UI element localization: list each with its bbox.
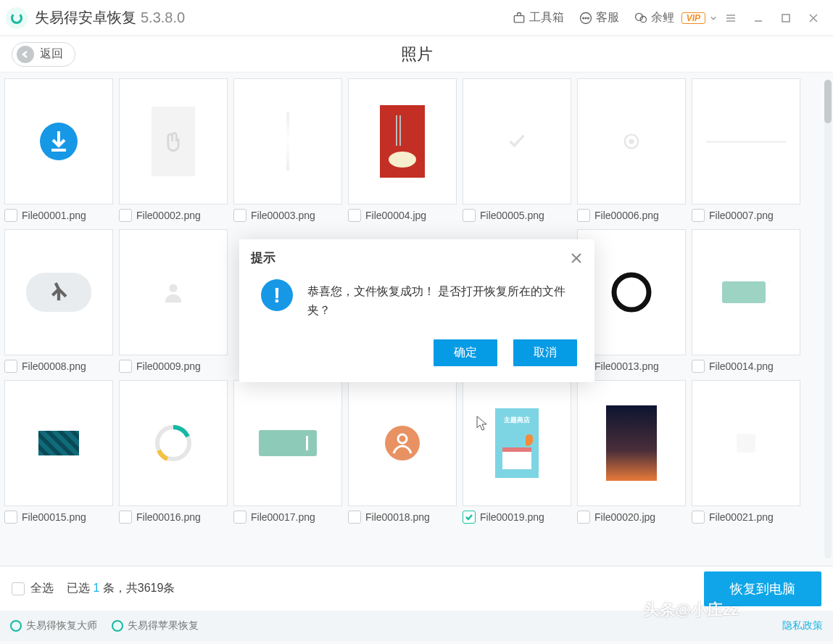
file-tile[interactable]: 主题商店 File00019.png bbox=[463, 380, 571, 524]
file-thumbnail[interactable] bbox=[348, 78, 457, 205]
file-name: File00003.png bbox=[251, 210, 315, 221]
menu-button[interactable] bbox=[717, 4, 745, 32]
file-tile[interactable]: File00009.png bbox=[119, 229, 228, 373]
file-checkbox[interactable] bbox=[463, 209, 476, 222]
file-name: File00007.png bbox=[709, 210, 774, 221]
file-tile[interactable]: File00008.png bbox=[4, 229, 113, 373]
file-thumbnail[interactable] bbox=[463, 78, 571, 205]
file-thumbnail[interactable] bbox=[4, 229, 113, 355]
service-label: 客服 bbox=[596, 10, 619, 25]
file-tile[interactable]: File00006.png bbox=[577, 78, 686, 222]
footer-link-1-label: 失易得恢复大师 bbox=[26, 619, 97, 632]
file-thumbnail[interactable] bbox=[4, 78, 113, 205]
file-tile[interactable]: File00017.png bbox=[233, 380, 342, 524]
file-thumbnail[interactable] bbox=[119, 380, 228, 506]
file-thumbnail[interactable] bbox=[119, 229, 228, 355]
file-checkbox[interactable] bbox=[577, 209, 590, 222]
file-name: File00008.png bbox=[22, 360, 86, 372]
file-thumbnail[interactable] bbox=[233, 380, 342, 506]
file-thumbnail[interactable] bbox=[119, 78, 228, 205]
select-all-checkbox[interactable] bbox=[12, 582, 25, 595]
footer-link-1[interactable]: 失易得恢复大师 bbox=[10, 619, 97, 632]
file-thumbnail[interactable]: 主题商店 bbox=[463, 380, 571, 506]
svg-rect-0 bbox=[514, 15, 523, 22]
file-checkbox[interactable] bbox=[119, 360, 132, 373]
select-all-label: 全选 bbox=[30, 581, 54, 596]
file-tile[interactable]: File00015.png bbox=[4, 380, 113, 524]
maximize-button[interactable] bbox=[772, 4, 800, 32]
privacy-link[interactable]: 隐私政策 bbox=[782, 619, 823, 632]
file-tile[interactable]: File00005.png bbox=[463, 78, 571, 222]
file-tile[interactable]: File00020.jpg bbox=[577, 380, 686, 524]
file-checkbox[interactable] bbox=[577, 511, 590, 524]
svg-point-4 bbox=[587, 17, 589, 19]
file-thumbnail[interactable] bbox=[348, 380, 457, 506]
back-label: 返回 bbox=[40, 46, 63, 62]
file-thumbnail[interactable] bbox=[692, 229, 800, 355]
file-checkbox[interactable] bbox=[233, 209, 246, 222]
file-name: File00019.png bbox=[480, 511, 544, 523]
file-checkbox[interactable] bbox=[692, 209, 705, 222]
footer-link-2-label: 失易得苹果恢复 bbox=[128, 619, 199, 632]
file-checkbox[interactable] bbox=[463, 511, 476, 524]
file-checkbox[interactable] bbox=[119, 511, 132, 524]
file-tile[interactable]: File00004.jpg bbox=[348, 78, 457, 222]
file-name: File00020.jpg bbox=[594, 511, 655, 523]
file-name: File00004.jpg bbox=[365, 210, 426, 221]
file-checkbox[interactable] bbox=[4, 511, 17, 524]
file-checkbox[interactable] bbox=[4, 360, 17, 373]
file-tile[interactable]: File00003.png bbox=[233, 78, 342, 222]
titlebar: 失易得安卓恢复 5.3.8.0 工具箱 客服 余鲤 VIP bbox=[0, 0, 833, 36]
file-checkbox[interactable] bbox=[4, 209, 17, 222]
dialog-ok-button[interactable]: 确定 bbox=[434, 339, 497, 366]
dialog-cancel-button[interactable]: 取消 bbox=[513, 339, 577, 366]
sel-prefix: 已选 bbox=[67, 582, 90, 594]
file-checkbox[interactable] bbox=[692, 360, 705, 373]
file-checkbox[interactable] bbox=[692, 511, 705, 524]
file-thumbnail[interactable] bbox=[692, 78, 800, 205]
selection-info: 已选 1 条，共3619条 bbox=[67, 581, 175, 596]
file-tile[interactable]: File00002.png bbox=[119, 78, 228, 222]
scrollbar-thumb[interactable] bbox=[824, 80, 832, 123]
app-logo bbox=[6, 7, 28, 29]
scrollbar[interactable] bbox=[824, 80, 832, 558]
file-name: File00006.png bbox=[594, 210, 659, 221]
file-tile[interactable]: File00001.png bbox=[4, 78, 113, 222]
chat-icon bbox=[579, 11, 593, 25]
file-thumbnail[interactable] bbox=[692, 380, 800, 506]
svg-point-11 bbox=[630, 140, 634, 144]
file-tile[interactable]: File00014.png bbox=[692, 229, 800, 373]
file-tile[interactable]: File00018.png bbox=[348, 380, 457, 524]
service-button[interactable]: 客服 bbox=[579, 10, 619, 25]
page-title: 照片 bbox=[401, 44, 433, 65]
svg-point-3 bbox=[585, 17, 587, 19]
footer-link-2[interactable]: 失易得苹果恢复 bbox=[112, 619, 199, 632]
file-tile[interactable]: File00021.png bbox=[692, 380, 800, 524]
vip-badge: VIP bbox=[681, 12, 705, 24]
sel-total: 3619 bbox=[138, 582, 164, 594]
file-checkbox[interactable] bbox=[348, 209, 361, 222]
minimize-button[interactable] bbox=[745, 4, 772, 32]
toolbox-button[interactable]: 工具箱 bbox=[512, 10, 564, 25]
file-checkbox[interactable] bbox=[119, 209, 132, 222]
dialog-title: 提示 bbox=[251, 249, 275, 266]
back-button[interactable]: 返回 bbox=[12, 42, 75, 67]
chevron-down-icon[interactable] bbox=[710, 15, 717, 22]
file-name: File00013.png bbox=[594, 360, 659, 372]
file-name: File00002.png bbox=[136, 210, 201, 221]
file-thumbnail[interactable] bbox=[233, 78, 342, 205]
file-checkbox[interactable] bbox=[233, 511, 246, 524]
file-thumbnail[interactable] bbox=[4, 380, 113, 506]
user-button[interactable]: 余鲤 bbox=[634, 10, 674, 25]
toolbox-icon bbox=[512, 11, 526, 25]
file-thumbnail[interactable] bbox=[577, 380, 686, 506]
dialog-close-button[interactable] bbox=[570, 252, 583, 265]
file-thumbnail[interactable] bbox=[577, 78, 686, 205]
recover-button[interactable]: 恢复到电脑 bbox=[704, 571, 821, 606]
file-checkbox[interactable] bbox=[348, 511, 361, 524]
select-all[interactable]: 全选 bbox=[12, 581, 54, 596]
app-name: 失易得安卓恢复 bbox=[35, 8, 136, 28]
close-button[interactable] bbox=[800, 4, 827, 32]
file-tile[interactable]: File00007.png bbox=[692, 78, 800, 222]
file-tile[interactable]: File00016.png bbox=[119, 380, 228, 524]
